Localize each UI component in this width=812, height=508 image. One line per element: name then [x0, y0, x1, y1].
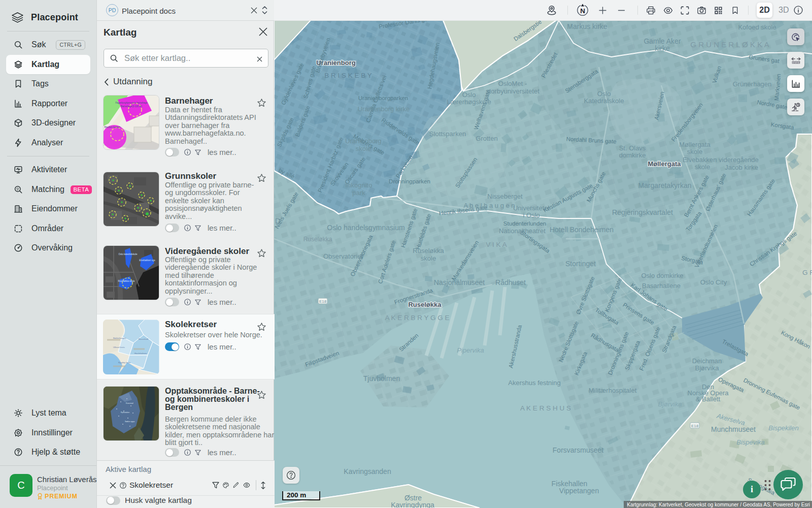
svg-text:Katedralskole: Katedralskole — [584, 97, 624, 105]
svg-text:G R: G R — [802, 269, 812, 276]
svg-text:G R Ü N E R L Ø K K A: G R Ü N E R L Ø K K A — [690, 40, 769, 49]
svg-text:Hotell Bondeheimen: Hotell Bondeheimen — [550, 226, 614, 234]
svg-text:Bygdøy krets: Bygdøy krets — [118, 361, 130, 364]
svg-text:Kavringdynga: Kavringdynga — [391, 501, 434, 508]
svg-text:Elvebakken videregående: Elvebakken videregående — [683, 156, 759, 164]
svg-text:Kofoed skole: Kofoed skole — [738, 23, 776, 31]
svg-text:Oslo domkirke: Oslo domkirke — [641, 272, 683, 279]
svg-text:Bjørvika: Bjørvika — [658, 400, 682, 408]
svg-text:Militærhospitalet: Militærhospitalet — [589, 387, 637, 394]
svg-text:Akershus festning: Akershus festning — [508, 379, 560, 387]
svg-text:Rosenhoff: Rosenhoff — [139, 338, 149, 340]
svg-text:A K E R B R Y G G E: A K E R B R Y G G E — [385, 314, 449, 322]
svg-text:Sælen oppv.: Sælen oppv. — [125, 421, 135, 423]
svg-text:Bakkehaugen: Bakkehaugen — [113, 337, 126, 339]
svg-text:Ruseløkka: Ruseløkka — [303, 236, 332, 243]
svg-text:Fjellsdalen: Fjellsdalen — [121, 411, 129, 414]
svg-text:Kronstad: Kronstad — [126, 402, 133, 404]
svg-text:Dronningparken: Dronningparken — [389, 178, 430, 184]
svg-text:Rådhuset: Rådhuset — [495, 278, 526, 287]
svg-text:Basarhallene: Basarhallene — [642, 282, 681, 290]
svg-text:Pipervika: Pipervika — [457, 346, 484, 354]
svg-text:Kavringsanden: Kavringsanden — [344, 467, 391, 475]
svg-text:storbyuniversitetet: storbyuniversitetet — [486, 87, 539, 95]
svg-text:skole: skole — [421, 255, 436, 262]
svg-text:kirke: kirke — [655, 44, 670, 52]
svg-text:Bispevika: Bispevika — [736, 438, 765, 446]
svg-text:Ruseløkka skole: Ruseløkka skole — [118, 280, 135, 282]
svg-text:Elvebakken vgs: Elvebakken vgs — [139, 259, 155, 262]
svg-text:Munchmuseet: Munchmuseet — [711, 425, 756, 433]
svg-text:B R I S K E B Y: B R I S K E B Y — [324, 72, 372, 79]
svg-text:Forsvarsmuseet: Forsvarsmuseet — [553, 446, 603, 454]
svg-text:E18: E18 — [319, 299, 327, 304]
svg-text:Slottsparken: Slottsparken — [429, 130, 466, 138]
svg-text:Uranienborg kirke: Uranienborg kirke — [358, 105, 410, 113]
svg-text:Oslo City: Oslo City — [700, 278, 727, 286]
svg-text:Uranienborgparken: Uranienborgparken — [358, 95, 408, 101]
svg-text:i Oslo: i Oslo — [523, 211, 539, 219]
svg-text:Møllergata: Møllergata — [679, 141, 710, 148]
svg-text:Inkognito: Inkognito — [346, 181, 373, 189]
svg-text:Nasjonalmuseet: Nasjonalmuseet — [434, 278, 485, 287]
svg-text:Studenterlunden: Studenterlunden — [503, 220, 546, 227]
svg-text:N: N — [580, 7, 585, 15]
svg-text:Regjeringskvartalet: Regjeringskvartalet — [612, 208, 673, 216]
svg-text:skole: skole — [695, 163, 710, 171]
svg-text:Oslo katedralskole: Oslo katedralskole — [118, 253, 138, 256]
svg-text:Jacob kirke: Jacob kirke — [725, 164, 758, 171]
svg-text:D: D — [275, 217, 280, 225]
svg-text:Oslo: Oslo — [462, 91, 476, 99]
svg-text:Møllergata: Møllergata — [648, 160, 681, 168]
svg-text:Grünerhagen: Grünerhagen — [733, 80, 772, 88]
svg-text:Ullevål krets: Ullevål krets — [113, 346, 125, 348]
svg-text:Markus kirke: Markus kirke — [567, 22, 607, 30]
svg-text:Oslo: Oslo — [597, 90, 611, 98]
svg-text:Bjørvika: Bjørvika — [695, 364, 720, 372]
svg-text:Barnehage(0-100 år): Barnehage(0-100 år) — [121, 105, 142, 108]
svg-text:Margaretakyrkan: Margaretakyrkan — [638, 181, 691, 189]
svg-text:Oslo handelsgymnasium: Oslo handelsgymnasium — [327, 224, 404, 232]
svg-text:Bikuben barneh.: Bikuben barneh. — [105, 126, 121, 129]
svg-text:Stortinget: Stortinget — [565, 260, 596, 268]
svg-text:domkirke: domkirke — [619, 151, 646, 159]
svg-text:Bispekilen: Bispekilen — [768, 424, 798, 432]
svg-text:Vippetangen: Vippetangen — [559, 487, 599, 495]
svg-text:Deichman: Deichman — [692, 357, 722, 365]
svg-text:Nisseberget: Nisseberget — [487, 193, 523, 200]
svg-text:Tjuvholmen: Tjuvholmen — [363, 374, 400, 383]
svg-text:skole: skole — [687, 148, 702, 155]
svg-text:OsloMet -: OsloMet - — [498, 80, 527, 87]
svg-text:& Ballett: & Ballett — [696, 395, 721, 403]
svg-text:park: park — [352, 189, 365, 197]
svg-text:Fagerborghjemmets barnehage: Fagerborghjemmets barnehage — [115, 102, 148, 104]
svg-text:St. Olavs: St. Olavs — [619, 144, 646, 152]
svg-text:Ruseløkka: Ruseløkka — [408, 301, 442, 308]
svg-text:E18: E18 — [691, 424, 699, 428]
svg-text:V I K A: V I K A — [486, 241, 506, 248]
svg-text:Grotten: Grotten — [476, 135, 497, 142]
svg-text:A K E R S H U S: A K E R S H U S — [520, 404, 571, 412]
svg-text:Hasleholmen: Hasleholmen — [134, 352, 147, 355]
